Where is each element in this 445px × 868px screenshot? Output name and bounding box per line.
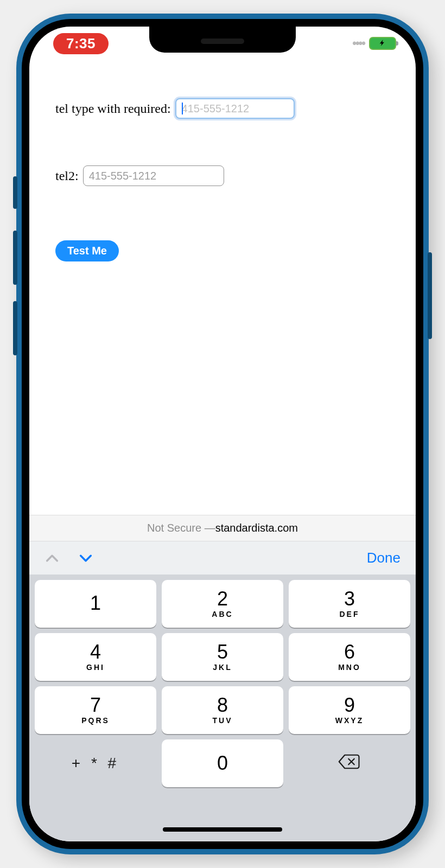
key-7[interactable]: 7 PQRS <box>35 686 156 734</box>
key-4[interactable]: 4 GHI <box>35 633 156 681</box>
prev-field-chevron-up-icon <box>44 551 60 566</box>
not-secure-label: Not Secure — <box>147 522 215 534</box>
key-6[interactable]: 6 MNO <box>289 633 410 681</box>
key-5[interactable]: 5 JKL <box>162 633 283 681</box>
browser-url-bar[interactable]: Not Secure — standardista.com <box>29 515 416 541</box>
key-8[interactable]: 8 TUV <box>162 686 283 734</box>
phone-frame: 7:35 •••• tel type with required: <box>16 14 429 854</box>
tel2-label: tel2: <box>55 169 79 183</box>
tel1-label: tel type with required: <box>55 101 171 116</box>
phone-side-button <box>13 176 17 209</box>
keyboard-accessory-bar: Done <box>29 541 416 575</box>
key-2[interactable]: 2 ABC <box>162 580 283 628</box>
text-cursor <box>182 103 183 114</box>
tel2-input[interactable] <box>83 165 224 186</box>
key-3[interactable]: 3 DEF <box>289 580 410 628</box>
phone-side-button <box>13 231 17 285</box>
key-0[interactable]: 0 <box>162 739 283 787</box>
charging-bolt-icon <box>379 39 386 48</box>
key-1[interactable]: 1 <box>35 580 156 628</box>
url-domain: standardista.com <box>215 522 298 534</box>
key-symbols[interactable]: + * # <box>35 739 156 787</box>
key-9[interactable]: 9 WXYZ <box>289 686 410 734</box>
tel1-input[interactable] <box>175 98 295 119</box>
web-content: tel type with required: tel2: Test Me <box>29 60 416 515</box>
phone-side-button <box>428 252 432 339</box>
keyboard-done-button[interactable]: Done <box>367 550 400 566</box>
notch <box>149 27 296 53</box>
test-me-button[interactable]: Test Me <box>55 240 119 261</box>
numeric-keypad: 1 2 ABC 3 DEF 4 GHI <box>29 575 416 841</box>
cellular-dots-icon: •••• <box>352 36 365 50</box>
home-indicator[interactable] <box>163 827 282 832</box>
battery-icon <box>369 37 396 50</box>
key-backspace[interactable] <box>289 739 410 787</box>
recording-time-pill[interactable]: 7:35 <box>53 33 109 54</box>
phone-side-button <box>13 301 17 355</box>
backspace-icon <box>338 753 361 774</box>
next-field-chevron-down-icon[interactable] <box>78 551 93 566</box>
